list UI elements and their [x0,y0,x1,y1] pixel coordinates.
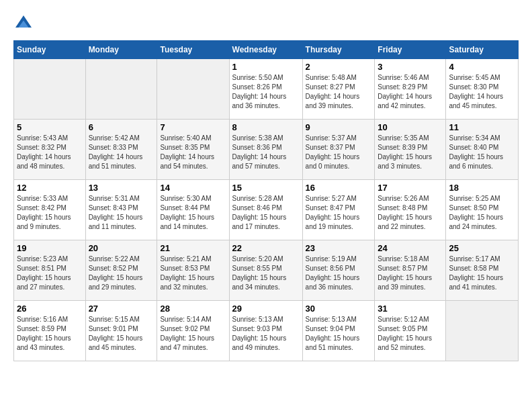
calendar-cell: 23Sunrise: 5:19 AM Sunset: 8:56 PM Dayli… [302,240,375,301]
logo-icon [13,13,34,34]
day-number: 30 [306,304,372,314]
calendar-cell: 9Sunrise: 5:37 AM Sunset: 8:37 PM Daylig… [302,120,375,180]
calendar-cell: 29Sunrise: 5:13 AM Sunset: 9:03 PM Dayli… [229,301,302,361]
calendar-header: Sunday Monday Tuesday Wednesday Thursday… [14,41,519,59]
day-number: 31 [378,304,443,314]
day-info: Sunrise: 5:30 AM Sunset: 8:44 PM Dayligh… [160,194,226,232]
calendar-cell: 26Sunrise: 5:16 AM Sunset: 8:59 PM Dayli… [14,301,86,361]
calendar-cell [14,59,86,120]
calendar-week-4: 19Sunrise: 5:23 AM Sunset: 8:51 PM Dayli… [14,240,519,301]
day-info: Sunrise: 5:46 AM Sunset: 8:29 PM Dayligh… [378,73,443,111]
header-wednesday: Wednesday [229,41,302,59]
day-number: 22 [232,243,300,253]
day-info: Sunrise: 5:48 AM Sunset: 8:27 PM Dayligh… [306,73,372,111]
day-info: Sunrise: 5:25 AM Sunset: 8:50 PM Dayligh… [449,194,515,232]
day-info: Sunrise: 5:22 AM Sunset: 8:52 PM Dayligh… [89,255,154,292]
day-number: 3 [378,62,443,72]
calendar-week-5: 26Sunrise: 5:16 AM Sunset: 8:59 PM Dayli… [14,301,519,361]
header-tuesday: Tuesday [157,41,229,59]
day-number: 5 [17,122,83,132]
header-sunday: Sunday [14,41,86,59]
day-info: Sunrise: 5:20 AM Sunset: 8:55 PM Dayligh… [232,255,300,292]
calendar-table: Sunday Monday Tuesday Wednesday Thursday… [13,40,519,361]
header-friday: Friday [375,41,446,59]
day-info: Sunrise: 5:38 AM Sunset: 8:36 PM Dayligh… [232,134,300,171]
day-number: 14 [160,183,226,193]
logo [13,13,36,34]
calendar-cell: 8Sunrise: 5:38 AM Sunset: 8:36 PM Daylig… [229,120,302,180]
calendar-cell: 18Sunrise: 5:25 AM Sunset: 8:50 PM Dayli… [446,180,519,240]
day-info: Sunrise: 5:21 AM Sunset: 8:53 PM Dayligh… [160,255,226,292]
calendar-cell: 2Sunrise: 5:48 AM Sunset: 8:27 PM Daylig… [302,59,375,120]
calendar-cell: 25Sunrise: 5:17 AM Sunset: 8:58 PM Dayli… [446,240,519,301]
day-number: 13 [89,183,154,193]
day-number: 10 [378,122,443,132]
calendar-cell: 16Sunrise: 5:27 AM Sunset: 8:47 PM Dayli… [302,180,375,240]
day-info: Sunrise: 5:37 AM Sunset: 8:37 PM Dayligh… [306,134,372,171]
calendar-cell: 1Sunrise: 5:50 AM Sunset: 8:26 PM Daylig… [229,59,302,120]
day-info: Sunrise: 5:19 AM Sunset: 8:56 PM Dayligh… [306,255,372,292]
header-saturday: Saturday [446,41,519,59]
day-info: Sunrise: 5:45 AM Sunset: 8:30 PM Dayligh… [449,73,515,111]
calendar-cell: 17Sunrise: 5:26 AM Sunset: 8:48 PM Dayli… [375,180,446,240]
calendar-cell: 5Sunrise: 5:43 AM Sunset: 8:32 PM Daylig… [14,120,86,180]
day-number: 26 [17,304,83,314]
day-info: Sunrise: 5:13 AM Sunset: 9:03 PM Dayligh… [232,315,300,353]
day-info: Sunrise: 5:14 AM Sunset: 9:02 PM Dayligh… [160,315,226,353]
calendar-cell: 24Sunrise: 5:18 AM Sunset: 8:57 PM Dayli… [375,240,446,301]
day-number: 12 [17,183,83,193]
day-info: Sunrise: 5:35 AM Sunset: 8:39 PM Dayligh… [378,134,443,171]
day-info: Sunrise: 5:18 AM Sunset: 8:57 PM Dayligh… [378,255,443,292]
day-info: Sunrise: 5:42 AM Sunset: 8:33 PM Dayligh… [89,134,154,171]
day-number: 9 [306,122,372,132]
day-info: Sunrise: 5:34 AM Sunset: 8:40 PM Dayligh… [449,134,515,171]
day-number: 6 [89,122,154,132]
day-info: Sunrise: 5:27 AM Sunset: 8:47 PM Dayligh… [306,194,372,232]
calendar-cell [157,59,229,120]
calendar-body: 1Sunrise: 5:50 AM Sunset: 8:26 PM Daylig… [14,59,519,361]
calendar-cell [446,301,519,361]
day-number: 24 [378,243,443,253]
calendar-cell: 22Sunrise: 5:20 AM Sunset: 8:55 PM Dayli… [229,240,302,301]
day-number: 11 [449,122,515,132]
calendar-cell: 6Sunrise: 5:42 AM Sunset: 8:33 PM Daylig… [85,120,157,180]
day-number: 20 [89,243,154,253]
day-info: Sunrise: 5:15 AM Sunset: 9:01 PM Dayligh… [89,315,154,353]
calendar-week-3: 12Sunrise: 5:33 AM Sunset: 8:42 PM Dayli… [14,180,519,240]
header-thursday: Thursday [302,41,375,59]
day-info: Sunrise: 5:33 AM Sunset: 8:42 PM Dayligh… [17,194,83,232]
calendar-cell: 21Sunrise: 5:21 AM Sunset: 8:53 PM Dayli… [157,240,229,301]
calendar-cell: 27Sunrise: 5:15 AM Sunset: 9:01 PM Dayli… [85,301,157,361]
day-info: Sunrise: 5:23 AM Sunset: 8:51 PM Dayligh… [17,255,83,292]
calendar-week-2: 5Sunrise: 5:43 AM Sunset: 8:32 PM Daylig… [14,120,519,180]
calendar-cell: 14Sunrise: 5:30 AM Sunset: 8:44 PM Dayli… [157,180,229,240]
day-number: 23 [306,243,372,253]
calendar-cell: 7Sunrise: 5:40 AM Sunset: 8:35 PM Daylig… [157,120,229,180]
day-number: 29 [232,304,300,314]
day-number: 18 [449,183,515,193]
day-number: 1 [232,62,300,72]
day-number: 28 [160,304,226,314]
day-info: Sunrise: 5:17 AM Sunset: 8:58 PM Dayligh… [449,255,515,292]
day-info: Sunrise: 5:31 AM Sunset: 8:43 PM Dayligh… [89,194,154,232]
calendar-cell: 13Sunrise: 5:31 AM Sunset: 8:43 PM Dayli… [85,180,157,240]
calendar-cell: 19Sunrise: 5:23 AM Sunset: 8:51 PM Dayli… [14,240,86,301]
day-number: 27 [89,304,154,314]
day-number: 16 [306,183,372,193]
calendar-week-1: 1Sunrise: 5:50 AM Sunset: 8:26 PM Daylig… [14,59,519,120]
calendar-cell: 28Sunrise: 5:14 AM Sunset: 9:02 PM Dayli… [157,301,229,361]
day-number: 15 [232,183,300,193]
day-info: Sunrise: 5:12 AM Sunset: 9:05 PM Dayligh… [378,315,443,353]
calendar-cell: 4Sunrise: 5:45 AM Sunset: 8:30 PM Daylig… [446,59,519,120]
calendar-cell: 11Sunrise: 5:34 AM Sunset: 8:40 PM Dayli… [446,120,519,180]
calendar-cell: 20Sunrise: 5:22 AM Sunset: 8:52 PM Dayli… [85,240,157,301]
day-info: Sunrise: 5:13 AM Sunset: 9:04 PM Dayligh… [306,315,372,353]
day-info: Sunrise: 5:26 AM Sunset: 8:48 PM Dayligh… [378,194,443,232]
day-info: Sunrise: 5:16 AM Sunset: 8:59 PM Dayligh… [17,315,83,353]
day-number: 2 [306,62,372,72]
day-info: Sunrise: 5:40 AM Sunset: 8:35 PM Dayligh… [160,134,226,171]
day-number: 19 [17,243,83,253]
day-info: Sunrise: 5:43 AM Sunset: 8:32 PM Dayligh… [17,134,83,171]
header [13,13,519,34]
calendar-cell: 3Sunrise: 5:46 AM Sunset: 8:29 PM Daylig… [375,59,446,120]
